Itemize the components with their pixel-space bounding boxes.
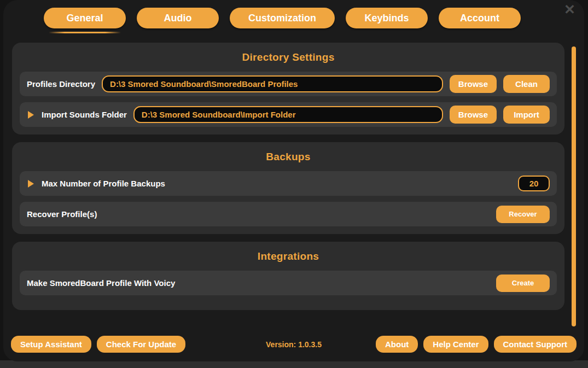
row-max-backups: Max Number of Profile Backups bbox=[20, 171, 557, 196]
section-title: Backups bbox=[20, 151, 557, 163]
section-integrations: Integrations Make SmoredBoard Profile Wi… bbox=[12, 242, 564, 310]
settings-tabbar: General Audio Customization Keybinds Acc… bbox=[3, 0, 584, 33]
voicy-integration-label: Make SmoredBoard Profile With Voicy bbox=[27, 278, 175, 288]
row-profiles-directory: Profiles Directory Browse Clean bbox=[20, 72, 557, 96]
tab-keybinds[interactable]: Keybinds bbox=[346, 8, 428, 28]
about-button[interactable]: About bbox=[376, 336, 418, 353]
import-sounds-folder-label: Import Sounds Folder bbox=[42, 110, 127, 119]
tab-general[interactable]: General bbox=[44, 8, 126, 28]
max-backups-input[interactable] bbox=[518, 176, 550, 191]
tab-customization[interactable]: Customization bbox=[230, 8, 335, 28]
close-icon[interactable]: ✕ bbox=[564, 1, 575, 17]
import-folder-input[interactable] bbox=[133, 106, 443, 123]
contact-support-button[interactable]: Contact Support bbox=[494, 336, 577, 353]
vertical-scrollbar[interactable] bbox=[572, 46, 576, 326]
check-for-update-button[interactable]: Check For Update bbox=[97, 336, 185, 353]
active-tab-underline bbox=[49, 32, 121, 33]
recover-button[interactable]: Recover bbox=[496, 206, 550, 223]
footer-right-group: About Help Center Contact Support bbox=[376, 336, 577, 353]
row-voicy-integration: Make SmoredBoard Profile With Voicy Crea… bbox=[20, 271, 557, 295]
recover-profiles-label: Recover Profile(s) bbox=[27, 209, 97, 219]
section-title: Integrations bbox=[20, 250, 557, 262]
import-button[interactable]: Import bbox=[503, 106, 550, 124]
create-voicy-profile-button[interactable]: Create bbox=[496, 274, 550, 292]
help-center-button[interactable]: Help Center bbox=[423, 336, 488, 353]
footer-bar: Setup Assistant Check For Update Version… bbox=[11, 336, 577, 353]
expand-arrow-icon[interactable] bbox=[28, 111, 34, 119]
tab-audio[interactable]: Audio bbox=[137, 8, 219, 28]
version-text: Version: 1.0.3.5 bbox=[266, 340, 322, 349]
row-import-sounds-folder: Import Sounds Folder Browse Import bbox=[20, 102, 557, 127]
profiles-clean-button[interactable]: Clean bbox=[503, 75, 550, 93]
row-recover-profiles: Recover Profile(s) Recover bbox=[20, 202, 557, 226]
max-backups-label: Max Number of Profile Backups bbox=[42, 179, 165, 188]
settings-content: Directory Settings Profiles Directory Br… bbox=[12, 43, 564, 310]
import-browse-button[interactable]: Browse bbox=[450, 106, 497, 124]
profiles-directory-label: Profiles Directory bbox=[27, 79, 95, 89]
section-directory-settings: Directory Settings Profiles Directory Br… bbox=[12, 43, 564, 135]
tab-account[interactable]: Account bbox=[439, 8, 521, 28]
section-backups: Backups Max Number of Profile Backups Re… bbox=[12, 142, 564, 234]
expand-arrow-icon[interactable] bbox=[28, 180, 34, 188]
setup-assistant-button[interactable]: Setup Assistant bbox=[11, 336, 91, 353]
section-title: Directory Settings bbox=[20, 51, 557, 63]
settings-window: ✕ General Audio Customization Keybinds A… bbox=[3, 0, 584, 361]
profiles-directory-input[interactable] bbox=[102, 75, 443, 92]
profiles-browse-button[interactable]: Browse bbox=[450, 75, 497, 93]
